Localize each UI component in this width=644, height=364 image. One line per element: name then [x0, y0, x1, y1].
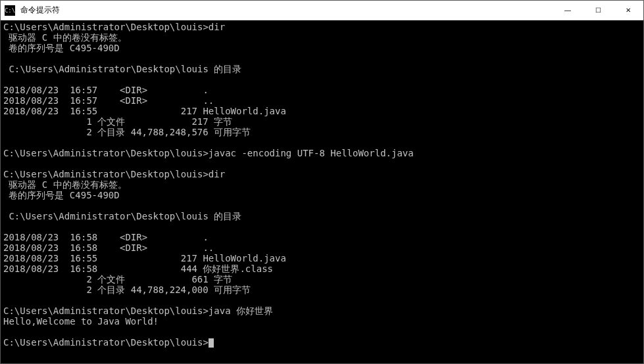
terminal-line: [3, 158, 641, 169]
terminal-line: C:\Users\Administrator\Desktop\louis>: [3, 337, 641, 348]
terminal-line: [3, 53, 641, 64]
terminal-line: C:\Users\Administrator\Desktop\louis 的目录: [3, 64, 641, 74]
terminal-line: [3, 327, 641, 337]
terminal-line: C:\Users\Administrator\Desktop\louis>jav…: [3, 306, 641, 316]
titlebar[interactable]: C:\ 命令提示符 — ☐ ✕: [1, 1, 643, 20]
terminal-line: 卷的序列号是 C495-490D: [3, 43, 641, 53]
terminal-line: [3, 137, 641, 148]
terminal-line: C:\Users\Administrator\Desktop\louis>jav…: [3, 148, 641, 158]
terminal-line: C:\Users\Administrator\Desktop\louis 的目录: [3, 211, 641, 221]
command-prompt-window: C:\ 命令提示符 — ☐ ✕ C:\Users\Administrator\D…: [0, 0, 644, 364]
terminal-line: 2018/08/23 16:58 444 你好世界.class: [3, 263, 641, 274]
close-button[interactable]: ✕: [613, 1, 643, 20]
window-title: 命令提示符: [19, 5, 553, 16]
terminal-line: C:\Users\Administrator\Desktop\louis>dir: [3, 169, 641, 179]
terminal-line: 2018/08/23 16:58 <DIR> ..: [3, 242, 641, 253]
terminal-line: 2 个文件 661 字节: [3, 274, 641, 284]
terminal-line: C:\Users\Administrator\Desktop\louis>dir: [3, 22, 641, 32]
terminal-line: [3, 200, 641, 211]
maximize-button[interactable]: ☐: [583, 1, 613, 20]
terminal-line: 卷的序列号是 C495-490D: [3, 190, 641, 200]
terminal-line: Hello,Welcome to Java World!: [3, 316, 641, 327]
terminal-line: 2018/08/23 16:57 <DIR> .: [3, 85, 641, 95]
minimize-button[interactable]: —: [553, 1, 583, 20]
terminal-line: [3, 295, 641, 306]
terminal-line: [3, 74, 641, 85]
cursor: [209, 338, 214, 348]
terminal-output[interactable]: C:\Users\Administrator\Desktop\louis>dir…: [1, 20, 643, 363]
terminal-line: 驱动器 C 中的卷没有标签。: [3, 179, 641, 190]
terminal-line: 2 个目录 44,788,224,000 可用字节: [3, 284, 641, 295]
terminal-line: 驱动器 C 中的卷没有标签。: [3, 32, 641, 43]
cmd-icon: C:\: [5, 5, 15, 16]
terminal-line: [3, 221, 641, 232]
terminal-line: 1 个文件 217 字节: [3, 116, 641, 127]
terminal-line: 2018/08/23 16:57 <DIR> ..: [3, 95, 641, 106]
terminal-line: 2018/08/23 16:55 217 HelloWorld.java: [3, 106, 641, 116]
terminal-line: 2018/08/23 16:55 217 HelloWorld.java: [3, 253, 641, 263]
window-controls: — ☐ ✕: [553, 1, 643, 20]
terminal-line: 2018/08/23 16:58 <DIR> .: [3, 232, 641, 242]
terminal-line: 2 个目录 44,788,248,576 可用字节: [3, 127, 641, 137]
